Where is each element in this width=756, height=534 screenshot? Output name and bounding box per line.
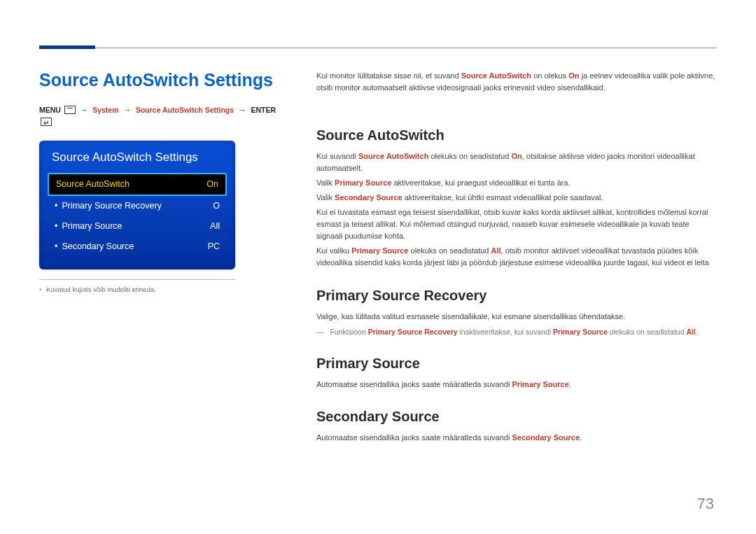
text: Automaatse sisendallika jaoks saate määr… [316, 380, 512, 388]
sas-paragraph-4: Kui ei tuvastata esmast ega teisest sise… [316, 206, 717, 242]
text: Kui monitor lülitatakse sisse nii, et su… [316, 71, 461, 80]
term-primary-source: Primary Source [553, 328, 608, 336]
osd-row-value: PC [208, 241, 221, 252]
osd-row-label: Secondary Source [55, 241, 134, 252]
breadcrumb: MENU → System → Source AutoSwitch Settin… [39, 104, 277, 128]
right-column: Kui monitor lülitatakse sisse nii, et su… [316, 70, 717, 447]
section-title: Source AutoSwitch Settings [39, 70, 277, 90]
left-column: Source AutoSwitch Settings MENU → System… [39, 70, 277, 293]
sas-paragraph-1: Kui suvandi Source AutoSwitch olekuks on… [316, 150, 717, 174]
text: aktiveeritakse, kui praegust videoallika… [391, 178, 570, 187]
term-all: All [686, 328, 695, 336]
osd-row-secondary-source[interactable]: Secondary Source PC [48, 237, 227, 257]
term-source-autoswitch: Source AutoSwitch [358, 152, 428, 160]
term-source-autoswitch: Source AutoSwitch [461, 71, 531, 80]
term-primary-source: Primary Source [335, 178, 391, 187]
osd-menu: Source AutoSwitch Settings Source AutoSw… [39, 141, 235, 269]
text: Kui valiku [316, 246, 351, 255]
osd-row-primary-source[interactable]: Primary Source All [48, 216, 227, 237]
term-secondary-source: Secondary Source [335, 193, 402, 202]
osd-row-label: Primary Source Recovery [55, 201, 162, 211]
note-dash-icon: ― [316, 328, 324, 336]
osd-row-value: O [213, 201, 221, 211]
menu-icon [64, 106, 76, 114]
osd-row-primary-source-recovery[interactable]: Primary Source Recovery O [48, 196, 227, 216]
term-all: All [491, 246, 501, 255]
arrow-icon: → [78, 106, 91, 114]
text: olekuks on seadistatud [428, 152, 511, 160]
sas-paragraph-2: Valik Primary Source aktiveeritakse, kui… [316, 177, 717, 189]
sas-paragraph-3: Valik Secondary Source aktiveeritakse, k… [316, 192, 717, 204]
heading-secondary-source: Secondary Source [316, 409, 717, 425]
text: Valik [316, 178, 335, 187]
top-rule-accent [39, 45, 95, 49]
sas-paragraph-5: Kui valiku Primary Source olekuks on sea… [316, 245, 717, 269]
text: Valik [316, 193, 335, 202]
osd-title: Source AutoSwitch Settings [48, 150, 227, 164]
text: olekuks on seadistatud [608, 328, 687, 336]
osd-row-value: All [210, 221, 221, 232]
psr-paragraph: Valige, kas lülitada valitud esmasele si… [316, 311, 717, 323]
text: olekuks on seadistatud [408, 246, 491, 255]
arrow-icon: → [120, 106, 134, 114]
term-primary-source: Primary Source [351, 246, 408, 255]
footnote: Kuvatud kujutis võib mudeliti erineda. [39, 286, 277, 293]
text: . [569, 380, 571, 388]
top-rule [39, 48, 717, 48]
term-secondary-source: Secondary Source [512, 433, 580, 442]
text: Automaatse sisendallika jaoks saate määr… [316, 433, 512, 442]
text: Kui suvandi [316, 152, 358, 160]
text: Funktsioon [330, 328, 368, 336]
term-on: On [511, 152, 522, 160]
enter-icon [41, 118, 52, 126]
osd-row-label: Source AutoSwitch [56, 179, 130, 190]
text: . [696, 328, 698, 336]
page-number: 73 [697, 495, 714, 513]
breadcrumb-system: System [92, 106, 118, 114]
breadcrumb-sas: Source AutoSwitch Settings [136, 106, 234, 114]
term-on: On [568, 71, 579, 80]
osd-row-value: On [206, 179, 220, 190]
text: on olekus [531, 71, 568, 80]
arrow-icon: → [236, 106, 249, 114]
breadcrumb-menu: MENU [39, 106, 61, 114]
intro-paragraph: Kui monitor lülitatakse sisse nii, et su… [316, 70, 717, 94]
breadcrumb-enter: ENTER [251, 106, 276, 114]
heading-primary-source: Primary Source [316, 356, 717, 372]
divider [39, 279, 235, 280]
ss-paragraph: Automaatse sisendallika jaoks saate määr… [316, 432, 717, 444]
psr-note: ― Funktsioon Primary Source Recovery ina… [316, 327, 717, 338]
osd-row-label: Primary Source [55, 221, 122, 232]
osd-row-source-autoswitch[interactable]: Source AutoSwitch On [48, 173, 227, 196]
text: aktiveeritakse, kui ühtki esmast videoal… [402, 193, 603, 202]
text: inaktiveeritakse, kui suvandi [458, 328, 554, 336]
heading-primary-source-recovery: Primary Source Recovery [316, 288, 717, 304]
heading-source-autoswitch: Source AutoSwitch [316, 127, 717, 143]
term-primary-source-recovery: Primary Source Recovery [368, 328, 458, 336]
text: . [580, 433, 582, 442]
ps-paragraph: Automaatse sisendallika jaoks saate määr… [316, 379, 717, 391]
term-primary-source: Primary Source [512, 380, 568, 388]
